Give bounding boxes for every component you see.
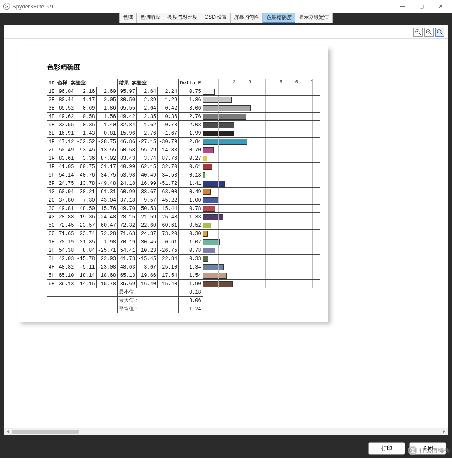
delta-bar — [203, 281, 233, 287]
chart-bar-cell — [203, 87, 320, 96]
svg-point-7 — [437, 30, 441, 33]
chart-bar-cell — [203, 230, 320, 238]
chart-bar-cell — [203, 213, 320, 221]
table-row: 4G28.8819.36-24.4828.1521.59-26.481.33 — [47, 213, 320, 221]
app-icon: S — [3, 3, 10, 10]
maximize-button[interactable]: ▢ — [412, 0, 431, 13]
report-scroll-area[interactable]: 色彩精确度 ID色样 实验室结果 实验室Delta E12345671E96.0… — [4, 39, 448, 428]
table-row: 6E16.911.43-0.8115.962.76-1.671.99 — [47, 129, 320, 138]
chart-bar-cell — [203, 271, 320, 280]
tab-色调响应[interactable]: 色调响应 — [137, 13, 164, 23]
delta-bar — [203, 105, 251, 111]
chart-bar-cell — [203, 113, 320, 121]
horizontal-scrollbar[interactable]: ◄ ► — [4, 428, 448, 435]
delta-bar — [203, 89, 215, 95]
svg-line-5 — [430, 33, 431, 35]
zoom-toolbar — [4, 25, 448, 39]
table-row: 3F83.613.3687.0283.433.7487.760.27 — [47, 154, 320, 163]
close-window-button[interactable]: ✕ — [431, 0, 450, 13]
col-delta: Delta E — [179, 79, 203, 87]
report-frame: 色彩精确度 ID色样 实验室结果 实验室Delta E12345671E96.0… — [4, 23, 448, 435]
delta-bar — [203, 231, 208, 237]
chart-bar-cell — [203, 255, 320, 263]
bottom-button-bar: 打印 关闭 — [0, 439, 452, 458]
tab-亮度与对比度[interactable]: 亮度与对比度 — [164, 13, 201, 23]
chart-bar-cell — [203, 263, 320, 271]
svg-line-1 — [419, 33, 421, 35]
chart-bar-cell — [203, 129, 320, 138]
zoom-out-icon[interactable] — [424, 28, 434, 37]
delta-bar — [203, 139, 247, 145]
summary-row: 最小值0.18 — [47, 288, 320, 297]
chart-bar-cell — [203, 138, 320, 146]
tab-OSD 设置[interactable]: OSD 设置 — [201, 13, 231, 23]
table-row: 2G37.807.30-43.0437.189.57-45.221.00 — [47, 196, 320, 205]
summary-row: 最大值：3.06 — [47, 297, 320, 305]
chart-axis: 1234567 — [203, 79, 320, 87]
minimize-button[interactable]: — — [393, 0, 412, 13]
table-row: 5H65.1018.1418.6865.1319.6617.541.54 — [47, 271, 320, 280]
chart-bar-cell — [203, 246, 320, 255]
tab-色域[interactable]: 色域 — [120, 13, 137, 23]
tab-屏幕均匀性[interactable]: 屏幕均匀性 — [231, 13, 263, 23]
chart-bar-cell — [203, 154, 320, 163]
watermark-icon: 值 — [408, 446, 417, 455]
chart-bar-cell — [203, 104, 320, 113]
delta-bar — [203, 239, 220, 245]
chart-bar-cell — [203, 280, 320, 288]
chart-bar-cell — [203, 96, 320, 104]
table-row: 1E96.042.162.6095.972.642.240.75 — [47, 87, 320, 96]
report-page: 色彩精确度 ID色样 实验室结果 实验室Delta E12345671E96.0… — [18, 46, 328, 322]
delta-bar — [203, 206, 215, 212]
color-accuracy-table: ID色样 实验室结果 实验室Delta E12345671E96.042.162… — [47, 79, 320, 313]
chart-bar-cell — [203, 188, 320, 196]
table-row: 1F47.12-32.52-28.7546.86-27.15-30.792.84 — [47, 138, 320, 146]
tab-色彩精确度[interactable]: 色彩精确度 — [263, 13, 295, 23]
table-row: 3H42.03-15.7822.9341.73-15.4522.840.33 — [47, 255, 320, 263]
delta-bar — [203, 189, 211, 195]
delta-bar — [203, 181, 225, 187]
table-row: 6F24.7513.78-49.4824.1816.99-51.721.41 — [47, 179, 320, 188]
chart-bar-cell — [203, 171, 320, 179]
summary-row: 平均值：1.24 — [47, 305, 320, 313]
watermark-text: 什么值得买 — [419, 447, 450, 455]
scroll-left-icon[interactable]: ◄ — [4, 429, 11, 434]
col-id: ID — [47, 79, 56, 87]
table-row: 3E65.520.691.8665.552.640.423.06 — [47, 104, 320, 113]
zoom-fit-icon[interactable] — [435, 28, 444, 37]
app-body: 色域色调响应亮度与对比度OSD 设置屏幕均匀性色彩精确度显示器额定值 色彩精确度… — [0, 13, 452, 439]
table-row: 2H54.388.84-25.7154.4110.23-26.750.78 — [47, 246, 320, 255]
col-result: 结果 实验室 — [117, 79, 178, 87]
table-row: 5G72.45-23.5760.4772.32-22.6060.610.52 — [47, 221, 320, 230]
watermark: 值 什么值得买 — [408, 446, 450, 455]
table-row: 2E80.441.172.0580.502.391.291.86 — [47, 96, 320, 104]
chart-bar-cell — [203, 205, 320, 213]
delta-bar — [203, 122, 235, 128]
table-row: 1G60.9438.2161.3160.9938.6763.000.49 — [47, 188, 320, 196]
tab-显示器额定值[interactable]: 显示器额定值 — [295, 13, 332, 23]
delta-bar — [203, 156, 207, 161]
chart-bar-cell — [203, 121, 320, 129]
print-button[interactable]: 打印 — [368, 442, 405, 455]
zoom-in-icon[interactable] — [413, 28, 423, 37]
table-row: 1H70.19-31.851.9870.19-30.450.611.07 — [47, 238, 320, 246]
table-row: 5F54.14-40.7634.7553.98-40.4934.530.18 — [47, 171, 320, 179]
table-row: 4F41.0560.7531.1740.9962.1532.700.61 — [47, 163, 320, 171]
chart-bar-cell — [203, 163, 320, 171]
col-sample: 色样 实验室 — [56, 79, 117, 87]
chart-bar-cell — [203, 221, 320, 230]
scroll-right-icon[interactable]: ► — [441, 429, 448, 434]
chart-bar-cell — [203, 196, 320, 205]
window-title: SpyderXElite 5.9 — [13, 3, 393, 10]
chart-bar-cell — [203, 179, 320, 188]
scroll-thumb[interactable] — [12, 430, 79, 434]
table-row: 2F50.4953.45-13.5550.5855.29-14.830.70 — [47, 146, 320, 154]
delta-bar — [203, 131, 234, 136]
delta-bar — [203, 97, 232, 103]
svg-line-8 — [441, 33, 442, 35]
table-row: 3G49.8148.5015.7649.7050.5815.440.78 — [47, 205, 320, 213]
table-row: 6G71.6523.7472.2871.6324.3773.200.30 — [47, 230, 320, 238]
delta-bar — [203, 172, 206, 178]
delta-bar — [203, 223, 211, 228]
tab-bar: 色域色调响应亮度与对比度OSD 设置屏幕均匀性色彩精确度显示器额定值 — [4, 13, 448, 23]
